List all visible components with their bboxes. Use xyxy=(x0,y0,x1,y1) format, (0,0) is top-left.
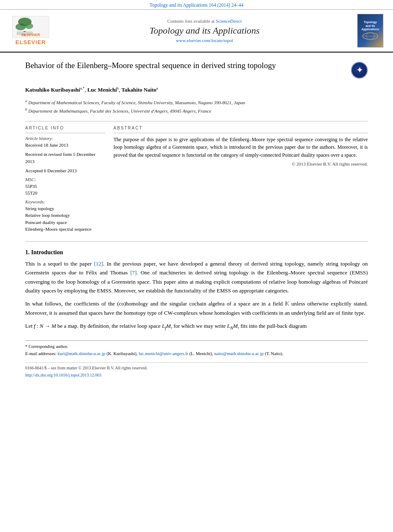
journal-url-link[interactable]: www.elsevier.com/locate/topol xyxy=(176,38,233,43)
sciencedirect-link[interactable]: ScienceDirect xyxy=(216,18,242,24)
issn-line: 0166-8641/$ – see front matter © 2013 El… xyxy=(25,364,368,371)
introduction-heading: 1. Introduction xyxy=(25,249,368,256)
email-addresses: E-mail addresses: kuri@math.shinshu-u.ac… xyxy=(25,350,368,358)
page-footer: 0166-8641/$ – see front matter © 2013 El… xyxy=(25,362,368,379)
elsevier-logo-img: ELSEVIER xyxy=(12,16,49,38)
contents-available-line: Contents lists available at ScienceDirec… xyxy=(58,18,351,24)
msc-label: MSC: xyxy=(25,177,105,182)
logo-section: ELSEVIER ELSEVIER xyxy=(8,16,54,45)
email-kuribayashi[interactable]: kuri@math.shinshu-u.ac.jp xyxy=(58,351,106,356)
doi-link[interactable]: http://dx.doi.org/10.1016/j.topol.2013.1… xyxy=(25,373,101,377)
email-menichi[interactable]: luc.menichi@univ-angers.fr xyxy=(139,351,188,356)
section-title-text: Introduction xyxy=(31,249,63,255)
journal-url: www.elsevier.com/locate/topol xyxy=(58,38,351,43)
cover-decoration xyxy=(361,32,380,41)
content-divider xyxy=(25,241,368,242)
abstract-panel: ABSTRACT The purpose of this paper is to… xyxy=(113,126,368,235)
authors-line: Katsuhiko Kuribayashia,*, Luc Menichib, … xyxy=(25,85,368,95)
affiliations: a Department of Mathematical Sciences, F… xyxy=(25,98,368,115)
author-1-sup: a,* xyxy=(80,86,84,90)
abstract-copyright: © 2013 Elsevier B.V. All rights reserved… xyxy=(113,161,368,166)
journal-header: ELSEVIER ELSEVIER Contents lists availab… xyxy=(0,10,393,53)
info-abstract-section: ARTICLE INFO Article history: Received 1… xyxy=(25,126,368,235)
elsevier-wordmark: ELSEVIER xyxy=(16,39,46,45)
journal-center-info: Contents lists available at ScienceDirec… xyxy=(58,18,351,43)
author-1-name: Katsuhiko Kuribayashi xyxy=(25,87,80,93)
journal-citation: Topology and its Applications 164 (2014)… xyxy=(150,3,243,8)
intro-paragraph-1: This is a sequel to the paper [12]. In t… xyxy=(25,259,368,295)
svg-point-2 xyxy=(16,24,26,30)
journal-title: Topology and its Applications xyxy=(58,25,351,36)
intro-paragraph-2: In what follows, the coefficients of the… xyxy=(25,299,368,317)
author-3-name: Takahito Naito xyxy=(121,87,156,93)
email-naito[interactable]: naito@math.shinshu-u.ac.jp xyxy=(214,351,264,356)
history-label: Article history: xyxy=(25,136,105,141)
keywords-values: String topology Relative loop homology P… xyxy=(25,205,105,233)
author-2-sup: b xyxy=(117,86,119,90)
abstract-text: The purpose of this paper is to give app… xyxy=(113,136,368,159)
crossmark-icon: ✦ xyxy=(356,66,363,75)
email-label: E-mail addresses: xyxy=(25,351,56,356)
article-title: Behavior of the Eilenberg–Moore spectral… xyxy=(25,60,346,71)
svg-point-3 xyxy=(25,23,33,29)
cover-box-title: Topologyand itsApplications xyxy=(361,21,379,31)
article-title-section: Behavior of the Eilenberg–Moore spectral… xyxy=(25,60,368,82)
top-bar: Topology and its Applications 164 (2014)… xyxy=(0,0,393,10)
svg-text:ELSEVIER: ELSEVIER xyxy=(21,33,40,37)
article-info-heading: ARTICLE INFO xyxy=(25,126,105,130)
article-info-panel: ARTICLE INFO Article history: Received 1… xyxy=(25,126,105,235)
cover-box: Topologyand itsApplications xyxy=(357,14,383,47)
article-body: Behavior of the Eilenberg–Moore spectral… xyxy=(0,53,393,332)
accepted-date: Accepted 6 December 2013 xyxy=(25,167,105,174)
abstract-heading: ABSTRACT xyxy=(113,126,368,130)
msc-values: 55P3555T20 xyxy=(25,183,105,197)
affiliation-a: a Department of Mathematical Sciences, F… xyxy=(25,98,368,106)
abstract-divider xyxy=(113,133,368,133)
crossmark-badge: ✦ xyxy=(351,62,368,79)
keywords-label: Keywords: xyxy=(25,199,105,204)
footnote-section: * Corresponding author. E-mail addresses… xyxy=(25,340,368,360)
header-divider xyxy=(25,121,368,121)
revised-date: Received in revised form 5 December 2013 xyxy=(25,151,105,165)
doi-line: http://dx.doi.org/10.1016/j.topol.2013.1… xyxy=(25,371,368,379)
intro-paragraph-3: Let f : N → M be a map. By definition, t… xyxy=(25,321,368,332)
section-number: 1. xyxy=(25,249,30,255)
received-date: Received 18 June 2013 xyxy=(25,142,105,149)
author-2-name: Luc Menichi xyxy=(87,87,117,93)
ref-12-link[interactable]: [12] xyxy=(94,261,103,267)
corresponding-author-note: * Corresponding author. xyxy=(25,343,368,350)
info-divider-1 xyxy=(25,133,105,133)
ref-7-link[interactable]: [7] xyxy=(130,269,137,276)
affiliation-b: b Département de Mathématiques, Faculté … xyxy=(25,106,368,115)
author-3-sup: a xyxy=(156,86,158,90)
journal-cover-image: Topologyand itsApplications xyxy=(355,14,385,47)
